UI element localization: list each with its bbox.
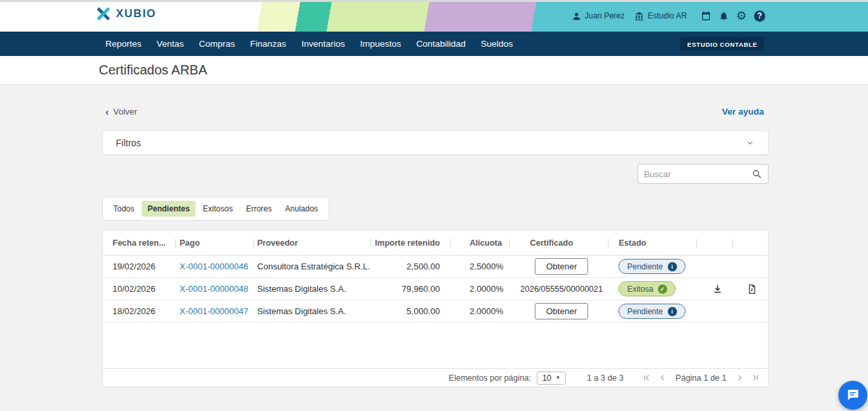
document-icon[interactable] (747, 284, 757, 294)
status-label: Exitosa (627, 285, 653, 294)
window-top-edge (0, 0, 868, 2)
per-page-label: Elementos por página: (448, 373, 531, 383)
cell-proveedor: Sistemas Digitales S.A. (256, 278, 375, 300)
download-icon[interactable] (712, 283, 723, 294)
info-icon[interactable]: i (668, 262, 677, 271)
cell-alicuota: 2.0000% (453, 278, 512, 300)
table-row: 10/02/2026 X-0001-00000048 Sistemas Digi… (103, 278, 768, 300)
cell-importe: 5,000.00 (374, 300, 453, 322)
xubio-logo[interactable]: XUBIO (95, 7, 156, 21)
dropdown-arrow-icon: ▼ (555, 375, 560, 381)
col-pago: Pago (178, 231, 256, 255)
user-icon (572, 11, 582, 21)
status-badge-pendiente: Pendiente i (618, 304, 685, 319)
last-page-button[interactable] (750, 373, 760, 383)
cell-fecha: 19/02/2026 (103, 256, 178, 277)
search-icon[interactable] (751, 169, 762, 179)
xubio-logo-icon (95, 7, 111, 21)
cell-importe: 2,500.00 (374, 256, 453, 277)
table-row: 18/02/2026 X-0001-00000047 Sistemas Digi… (103, 300, 768, 323)
status-label: Pendiente (627, 262, 663, 271)
obtener-button[interactable]: Obtener (535, 303, 588, 319)
col-actions-1 (699, 231, 736, 255)
header-icon-cluster: ⚙ ? (701, 10, 765, 22)
chevron-down-icon (746, 138, 755, 148)
first-page-button[interactable] (642, 373, 652, 383)
building-icon (634, 11, 644, 21)
pager-controls: Página 1 de 1 (642, 373, 760, 383)
nav-item-ventas[interactable]: Ventas (157, 39, 184, 49)
estudio-contable-badge[interactable]: ESTUDIO CONTABLE (680, 37, 764, 51)
header-toolbar: Juan Perez Estudio AR ⚙ ? (572, 0, 868, 32)
chat-button[interactable] (838, 381, 867, 410)
account-menu[interactable]: Estudio AR (634, 11, 686, 21)
nav-item-finanzas[interactable]: Finanzas (250, 39, 286, 49)
tab-anulados[interactable]: Anulados (279, 201, 324, 217)
certificates-table: Fecha reten... Pago Proveedor Importe re… (102, 230, 769, 387)
prev-page-button[interactable] (658, 373, 668, 383)
col-fecha: Fecha reten... (103, 231, 178, 255)
pago-link[interactable]: X-0001-00000046 (180, 261, 248, 271)
pago-link[interactable]: X-0001-00000048 (180, 284, 248, 294)
pago-link[interactable]: X-0001-00000047 (180, 306, 248, 316)
cell-proveedor: Consultora Estratégica S.R.L. (256, 256, 375, 277)
user-name: Juan Perez (585, 11, 625, 20)
pagination-bar: Elementos por página: 10 ▼ 1 a 3 de 3 Pá… (103, 368, 768, 387)
account-name: Estudio AR (647, 11, 686, 20)
cell-alicuota: 2.0000% (453, 300, 512, 322)
chat-bubble-icon (846, 388, 860, 402)
table-row: 19/02/2026 X-0001-00000046 Consultora Es… (103, 256, 768, 278)
page-title: Certificados ARBA (99, 63, 207, 78)
nav-item-impuestos[interactable]: Impuestos (360, 39, 401, 49)
tab-exitosos[interactable]: Exitosos (197, 201, 238, 217)
back-label: Volver (113, 107, 137, 117)
col-proveedor: Proveedor (256, 231, 375, 255)
help-link[interactable]: Ver ayuda (722, 107, 764, 117)
tab-errores[interactable]: Errores (240, 201, 277, 217)
col-certificado: Certificado (512, 231, 611, 255)
info-icon[interactable]: i (668, 307, 677, 316)
pagination-range: 1 a 3 de 3 (587, 373, 624, 383)
per-page-value: 10 (542, 373, 551, 383)
next-page-button[interactable] (734, 373, 744, 383)
cell-importe: 79,960.00 (374, 278, 453, 300)
cell-fecha: 10/02/2026 (103, 278, 178, 300)
col-actions-2 (736, 231, 768, 255)
page-indicator: Página 1 de 1 (676, 373, 726, 383)
tab-pendientes[interactable]: Pendientes (142, 201, 196, 217)
filters-label: Filtros (116, 138, 141, 148)
user-menu[interactable]: Juan Perez (572, 11, 625, 21)
status-badge-pendiente: Pendiente i (618, 259, 685, 274)
back-chevron-icon: ‹ (105, 107, 109, 117)
back-link[interactable]: ‹ Volver (105, 107, 137, 117)
nav-item-compras[interactable]: Compras (199, 39, 235, 49)
table-header: Fecha reten... Pago Proveedor Importe re… (103, 231, 768, 256)
obtener-button[interactable]: Obtener (535, 258, 588, 275)
gear-icon[interactable]: ⚙ (736, 10, 747, 22)
filters-panel[interactable]: Filtros (102, 130, 769, 155)
status-badge-exitosa: Exitosa ✓ (618, 281, 675, 296)
app-header: XUBIO Juan Perez Estudio AR (0, 0, 868, 32)
logo-text: XUBIO (116, 7, 156, 20)
nav-item-reportes[interactable]: Reportes (105, 39, 142, 49)
search-box (637, 164, 769, 184)
nav-item-sueldos[interactable]: Sueldos (481, 39, 513, 49)
col-estado: Estado (611, 231, 700, 255)
check-icon: ✓ (658, 285, 667, 294)
nav-item-contabilidad[interactable]: Contabilidad (416, 39, 466, 49)
search-input[interactable] (644, 169, 751, 179)
nav-item-inventarios[interactable]: Inventarios (302, 39, 345, 49)
status-tabs: Todos Pendientes Exitosos Errores Anulad… (102, 197, 329, 221)
cell-alicuota: 2.5000% (453, 256, 512, 277)
certificado-number: 2026/05555/00000021 (520, 285, 603, 294)
help-icon[interactable]: ? (754, 11, 765, 22)
status-label: Pendiente (627, 307, 663, 316)
cell-fecha: 18/02/2026 (103, 300, 178, 322)
calendar-icon[interactable] (701, 11, 711, 21)
bell-icon[interactable] (719, 11, 729, 21)
title-bar: Certificados ARBA (0, 56, 868, 85)
tab-todos[interactable]: Todos (107, 201, 140, 217)
col-importe: Importe retenido (374, 231, 453, 255)
per-page-select[interactable]: 10 ▼ (537, 371, 566, 385)
col-alicuota: Alícuota (453, 231, 512, 255)
